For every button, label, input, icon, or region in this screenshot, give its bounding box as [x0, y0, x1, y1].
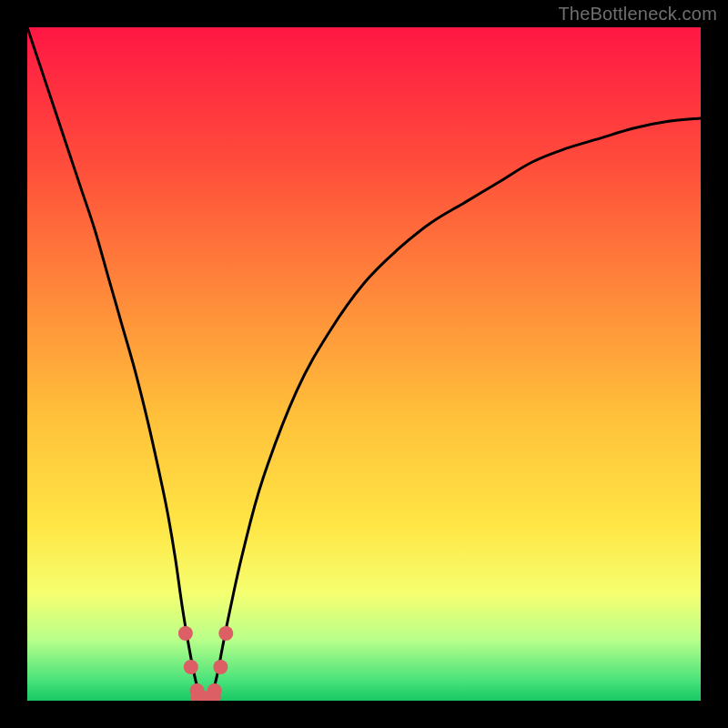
highlight-dot — [184, 660, 198, 674]
highlight-dot — [189, 683, 204, 698]
chart-svg — [27, 27, 701, 701]
highlight-dot — [213, 660, 228, 674]
highlight-dot — [218, 626, 233, 641]
highlight-dot — [178, 626, 193, 641]
chart-frame: TheBottleneck.com — [0, 0, 728, 728]
highlight-dot — [207, 683, 222, 698]
plot-area — [27, 27, 701, 701]
gradient-background — [27, 27, 701, 701]
watermark-label: TheBottleneck.com — [558, 4, 717, 25]
